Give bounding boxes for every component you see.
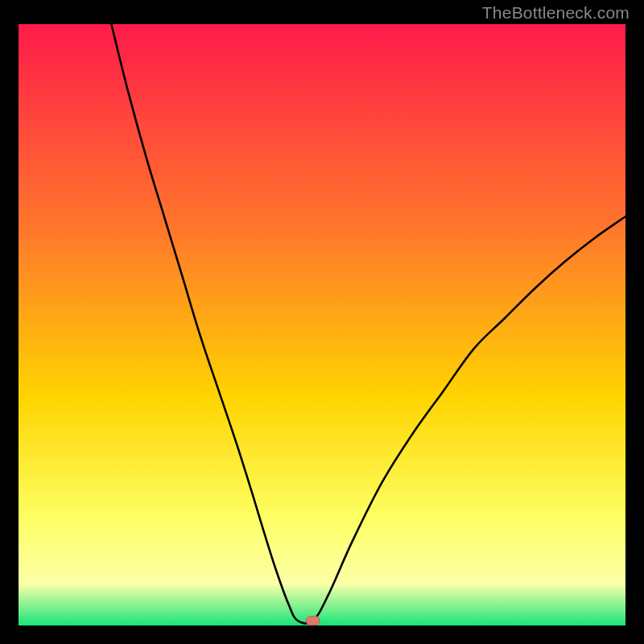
optimal-marker: [306, 617, 320, 625]
chart-frame: TheBottleneck.com: [0, 0, 644, 644]
gradient-background: [19, 24, 625, 625]
chart-svg: [19, 24, 625, 625]
watermark-text: TheBottleneck.com: [482, 3, 630, 23]
plot-area: [19, 24, 625, 625]
